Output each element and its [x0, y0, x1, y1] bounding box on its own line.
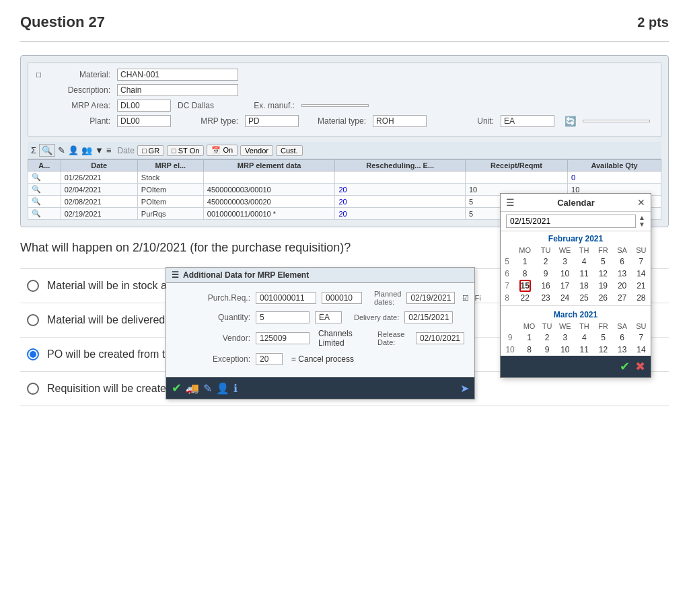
menu2-icon: ☰ — [506, 197, 515, 208]
cal-day[interactable]: 13 — [612, 268, 631, 280]
filter-icon[interactable]: ▼ — [95, 145, 104, 155]
cust-button[interactable]: Cust. — [276, 145, 303, 156]
planned-dates-value: 02/19/2021 — [406, 292, 455, 304]
gr-button[interactable]: □ GR — [137, 145, 164, 156]
info-icon[interactable]: ℹ — [233, 382, 238, 395]
description-value: Chain — [117, 84, 238, 96]
edit2-icon[interactable]: ✎ — [203, 382, 212, 395]
cal-day[interactable]: 15 — [513, 280, 536, 292]
cal-day[interactable]: 4 — [575, 256, 593, 268]
cal-day[interactable]: 12 — [593, 344, 612, 356]
cal-day[interactable]: 1 — [519, 332, 539, 344]
cal-confirm-icon[interactable]: ✔ — [620, 359, 630, 374]
cal-close-button[interactable]: ✕ — [637, 197, 645, 208]
cal-day[interactable]: 11 — [575, 344, 593, 356]
cal-week-row: 5 1 2 3 4 5 6 7 — [501, 256, 651, 268]
person2-icon[interactable]: 👥 — [81, 145, 92, 155]
sap-container: □ Material: CHAN-001 Description: Chain … — [20, 55, 669, 227]
sort-icon[interactable]: ≡ — [106, 145, 112, 155]
table-row[interactable]: 🔍 01/26/2021 Stock 0 — [28, 171, 661, 184]
cal-day[interactable]: 4 — [575, 332, 593, 344]
cal-day[interactable]: 26 — [593, 292, 612, 304]
description-label: Description: — [57, 85, 110, 95]
cell-mrp-el: Stock — [137, 171, 203, 184]
edit-icon[interactable]: ✎ — [58, 145, 65, 155]
quantity-label: Quantity: — [176, 313, 250, 322]
cal-day[interactable]: 12 — [593, 268, 612, 280]
radio-1[interactable] — [27, 280, 39, 292]
confirm-icon[interactable]: ✔ — [172, 381, 182, 395]
radio-2[interactable] — [27, 314, 39, 326]
week-num: 8 — [501, 292, 513, 304]
cal-day[interactable]: 25 — [575, 292, 593, 304]
dc-dallas: DC Dallas — [178, 101, 214, 110]
cell-data: 4500000003/00020 — [203, 196, 335, 208]
st-on-button[interactable]: □ ST On — [167, 145, 204, 156]
quantity-unit: EA — [315, 311, 342, 323]
cell-reschedule[interactable]: 20 — [335, 184, 465, 196]
cal-day[interactable]: 16 — [536, 280, 555, 292]
cal-day[interactable]: 20 — [612, 280, 631, 292]
zoom-icon[interactable]: 🔍 — [39, 144, 55, 157]
cal-day[interactable]: 2 — [536, 256, 555, 268]
week-num: 7 — [501, 280, 513, 292]
cal-day[interactable]: 8 — [513, 268, 536, 280]
cal-day[interactable]: 10 — [556, 344, 575, 356]
cell-icon: 🔍 — [28, 208, 61, 220]
cal-day[interactable]: 13 — [613, 344, 632, 356]
cal-day[interactable]: 3 — [556, 332, 575, 344]
unit-label: Unit: — [440, 116, 494, 126]
cal-day[interactable]: 11 — [575, 268, 593, 280]
cal-day[interactable]: 27 — [612, 292, 631, 304]
cal-day[interactable]: 3 — [555, 256, 575, 268]
arrow-right-icon[interactable]: ➤ — [460, 382, 469, 395]
cal-day[interactable]: 5 — [593, 332, 612, 344]
cal-day[interactable]: 17 — [555, 280, 575, 292]
cal-day[interactable]: 23 — [536, 292, 555, 304]
cell-reschedule[interactable]: 20 — [335, 208, 465, 220]
on-button[interactable]: 📅 On — [207, 145, 238, 156]
cal-day[interactable]: 2 — [539, 332, 556, 344]
refresh-icon[interactable]: 🔄 — [565, 116, 576, 126]
cell-mrp-el: POItem — [137, 196, 203, 208]
cell-reschedule[interactable]: 20 — [335, 196, 465, 208]
cal-day[interactable]: 9 — [536, 268, 555, 280]
cal-day[interactable]: 7 — [632, 256, 651, 268]
person-icon[interactable]: 👤 — [68, 145, 79, 155]
calendar-popup: ☰ Calendar ✕ ▲ ▼ February 2021 — [500, 193, 651, 378]
cal-day[interactable]: 9 — [539, 344, 556, 356]
cal-day[interactable]: 28 — [632, 292, 651, 304]
ex-manuf-label: Ex. manuf.: — [241, 101, 295, 110]
cal-day[interactable]: 1 — [513, 256, 536, 268]
cal-day[interactable]: 8 — [519, 344, 539, 356]
cal-arrow-down[interactable]: ▼ — [639, 221, 645, 228]
truck-icon[interactable]: 🚚 — [186, 382, 199, 395]
cal-day[interactable]: 14 — [632, 268, 651, 280]
radio-4[interactable] — [27, 383, 39, 395]
cal-day[interactable]: 6 — [612, 256, 631, 268]
cal-day[interactable]: 22 — [513, 292, 536, 304]
cal-cancel-icon[interactable]: ✖ — [635, 359, 645, 374]
cal-week-row: 7 15 16 17 18 19 20 21 — [501, 280, 651, 292]
cal-day[interactable]: 10 — [555, 268, 575, 280]
sigma-icon[interactable]: Σ — [31, 145, 36, 155]
popup-footer: ✔ 🚚 ✎ 👤 ℹ ➤ — [166, 377, 474, 399]
cal-day[interactable]: 19 — [593, 280, 612, 292]
popup-title: Additional Data for MRP Element — [183, 270, 309, 280]
cal-day[interactable]: 6 — [613, 332, 632, 344]
week-num: 6 — [501, 268, 513, 280]
cal-day[interactable]: 14 — [632, 344, 651, 356]
cal-day[interactable]: 24 — [555, 292, 575, 304]
cal-day[interactable]: 18 — [575, 280, 593, 292]
popup-header: ☰ Additional Data for MRP Element — [166, 268, 474, 283]
cal-day[interactable]: 5 — [593, 256, 612, 268]
mo-header: MO — [519, 321, 539, 332]
vendor-button[interactable]: Vendor — [240, 145, 273, 156]
cal-day[interactable]: 7 — [632, 332, 651, 344]
exception-text: = Cancel process — [291, 354, 354, 364]
cal-date-field[interactable] — [506, 215, 636, 228]
person3-icon[interactable]: 👤 — [216, 382, 229, 395]
radio-3[interactable] — [27, 348, 39, 360]
date-col-label: Date — [118, 146, 135, 155]
cal-day[interactable]: 21 — [632, 280, 651, 292]
